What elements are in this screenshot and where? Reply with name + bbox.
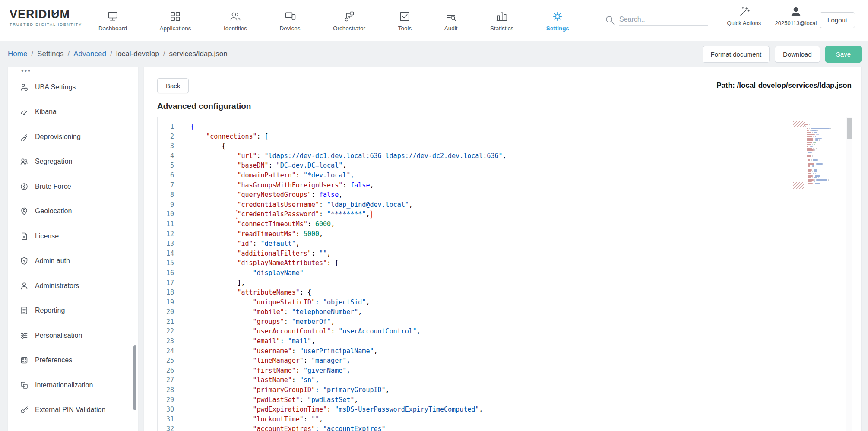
minimap-hatch-bottom — [793, 182, 805, 189]
nav-label: Tools — [398, 25, 412, 32]
minimap-line — [807, 138, 844, 139]
sidebar-item-segregation[interactable]: Segregation — [8, 149, 138, 174]
sidebar-item-administrators[interactable]: Administrators — [8, 273, 138, 298]
sidebar-item-license[interactable]: License — [8, 224, 138, 249]
page-title: Advanced configuration — [157, 101, 251, 111]
line-number: 20 — [158, 307, 174, 317]
sidebar-item-admin-auth[interactable]: Admin auth — [8, 249, 138, 274]
nav-item-identities[interactable]: Identities — [224, 10, 247, 32]
nav-item-tools[interactable]: Tools — [398, 10, 412, 32]
nav-label: Identities — [224, 25, 247, 32]
logo-text: VERIDIUM — [10, 8, 82, 21]
line-number: 28 — [158, 385, 174, 395]
editor-scrollbar[interactable] — [846, 117, 852, 431]
sidebar-item-deprovisioning[interactable]: Deprovisioning — [8, 124, 138, 149]
line-number: 1 — [158, 122, 174, 132]
nav-item-audit[interactable]: Audit — [444, 10, 458, 32]
reporting-icon — [20, 306, 29, 315]
line-number: 6 — [158, 171, 174, 181]
nav-item-settings[interactable]: Settings — [546, 10, 569, 32]
quick-actions-button[interactable]: Quick Actions — [720, 5, 768, 26]
nav-label: Settings — [546, 25, 569, 32]
logout-button[interactable]: Logout — [820, 12, 855, 28]
minimap-line — [808, 177, 844, 179]
minimap-line — [808, 179, 844, 181]
line-number: 2 — [158, 132, 174, 142]
breadcrumb-separator: / — [68, 50, 70, 58]
code-line: "credentialsPassword": "********", — [190, 209, 852, 219]
username-label: 20250113@local — [775, 20, 817, 26]
sidebar-item-personalisation[interactable]: Personalisation — [8, 323, 138, 348]
sidebar-item-internationalization[interactable]: Internationalization — [8, 373, 138, 398]
code-line: "connectTimeoutMs": 6000, — [190, 219, 852, 229]
quick-actions-wand-icon — [738, 5, 751, 18]
sidebar-item-reporting[interactable]: Reporting — [8, 298, 138, 323]
nav-label: Applications — [160, 25, 191, 32]
breadcrumb-settings[interactable]: Settings — [37, 50, 63, 58]
logo-name: VERIDIUM — [10, 8, 70, 21]
minimap-line — [807, 132, 844, 133]
code-line: "lineManager": "manager", — [190, 356, 852, 366]
search-input[interactable] — [619, 13, 708, 26]
breadcrumb-local-develop: local-develop — [116, 50, 159, 58]
format-document-button[interactable]: Format document — [703, 46, 770, 63]
code-line: { — [190, 122, 852, 132]
user-icon — [789, 5, 802, 18]
line-number: 23 — [158, 336, 174, 346]
file-path-label: Path: /local-develop/services/ldap.json — [716, 81, 852, 90]
nav-item-dashboard[interactable]: Dashboard — [98, 10, 127, 32]
editor-scrollbar-thumb[interactable] — [847, 118, 852, 139]
sidebar-item-kibana[interactable]: Kibana — [8, 100, 138, 125]
statistics-icon — [495, 10, 508, 23]
nav-item-devices[interactable]: Devices — [280, 10, 301, 32]
password-highlight-box: "credentialsPassword": "********", — [236, 210, 372, 219]
minimap-line — [808, 165, 844, 167]
sidebar-label: Segregation — [35, 158, 72, 165]
settings-sidebar: ••• UBA Settings Kibana Deprovisioning S… — [8, 67, 138, 431]
sidebar-item-radius-client[interactable]: Radius Client — [8, 422, 138, 431]
sidebar-item-partial-top[interactable]: ••• — [8, 67, 138, 75]
json-editor[interactable]: 1234567891011121314151617181920212223242… — [157, 117, 852, 431]
breadcrumb-advanced[interactable]: Advanced — [73, 50, 106, 58]
line-number: 32 — [158, 424, 174, 431]
sidebar-item-external-pin-validation[interactable]: External PIN Validation — [8, 398, 138, 423]
line-number: 19 — [158, 298, 174, 307]
code-line: "queryNestedGroups": false, — [190, 190, 852, 200]
sidebar-scrollbar-thumb[interactable] — [133, 345, 136, 410]
code-line: "email": "mail", — [190, 336, 852, 346]
line-number: 27 — [158, 375, 174, 385]
sidebar-label: Reporting — [35, 307, 65, 314]
sidebar-item-brute-force[interactable]: Brute Force — [8, 174, 138, 199]
deprovisioning-icon — [20, 133, 29, 141]
tools-icon — [398, 10, 411, 23]
sidebar-label: Admin auth — [35, 257, 70, 265]
code-line: ], — [190, 278, 852, 288]
nav-label: Devices — [280, 25, 301, 32]
logo-tagline: TRUSTED DIGITAL IDENTITY — [10, 22, 82, 27]
nav-item-applications[interactable]: Applications — [160, 10, 191, 32]
sidebar-item-geolocation[interactable]: Geolocation — [8, 199, 138, 224]
line-number: 3 — [158, 141, 174, 151]
sidebar-label: Deprovisioning — [35, 133, 81, 141]
line-number: 10 — [158, 209, 174, 219]
nav-item-orchestrator[interactable]: Orchestrator — [333, 10, 365, 32]
back-button[interactable]: Back — [157, 78, 189, 93]
nav-item-statistics[interactable]: Statistics — [490, 10, 513, 32]
minimap-line — [807, 136, 844, 137]
download-button[interactable]: Download — [775, 46, 820, 63]
minimap-line — [807, 134, 844, 135]
line-number: 31 — [158, 415, 174, 425]
user-menu[interactable]: 20250113@local — [772, 5, 820, 26]
code-line: "displayName" — [190, 268, 852, 278]
sidebar-label: Brute Force — [35, 183, 71, 190]
sidebar-item-uba-settings[interactable]: UBA Settings — [8, 75, 138, 100]
minimap-line — [808, 183, 844, 184]
editor-minimap[interactable] — [803, 122, 844, 185]
breadcrumb-home[interactable]: Home — [8, 50, 27, 58]
editor-code[interactable]: { "connections": [ { "url": "ldaps://dev… — [180, 117, 852, 431]
preferences-icon — [20, 356, 29, 364]
save-button[interactable]: Save — [825, 46, 862, 63]
sidebar-item-preferences[interactable]: Preferences — [8, 348, 138, 373]
minimap-line — [805, 126, 844, 127]
breadcrumb-file: services/ldap.json — [169, 50, 228, 58]
